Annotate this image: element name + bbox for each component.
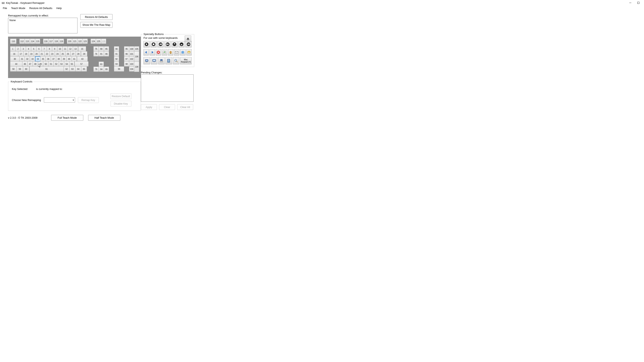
key-114[interactable]: 114 [30, 39, 35, 44]
key-lshift[interactable]: 44 [10, 61, 22, 66]
key-95[interactable]: 95 [124, 46, 129, 51]
key-99[interactable]: 99 [114, 66, 124, 72]
key-125[interactable]: 125 [96, 39, 101, 44]
key-113[interactable]: 113 [24, 39, 30, 44]
key-5[interactable]: 5 [31, 46, 36, 51]
key-124[interactable]: 124 [90, 39, 96, 44]
key-11[interactable]: 11 [62, 46, 68, 51]
key-40[interactable]: 40 [66, 56, 72, 61]
key-31[interactable]: 31 [19, 56, 24, 61]
key-80[interactable]: 80 [98, 46, 104, 51]
key-up[interactable]: 83 [98, 61, 104, 67]
key-116[interactable]: 116 [43, 39, 48, 44]
key-86[interactable]: 86 [104, 51, 109, 56]
key-backslash[interactable]: 29 [81, 51, 87, 56]
disable-key-button[interactable]: Disable Key [110, 101, 132, 107]
key-106[interactable]: 106 [134, 51, 139, 62]
key-33[interactable]: 33 [30, 56, 35, 61]
key-rshift[interactable]: 57 [74, 61, 88, 66]
monitor-icon[interactable] [151, 57, 157, 64]
key-117[interactable]: 117 [48, 39, 54, 44]
key-103[interactable]: 103 [129, 61, 134, 66]
key-50[interactable]: 50 [43, 61, 48, 66]
key-120[interactable]: 120 [67, 39, 72, 44]
refresh-icon[interactable] [162, 49, 167, 55]
key-9[interactable]: 9 [52, 46, 57, 51]
key-36[interactable]: 36 [46, 56, 51, 61]
key-enter[interactable]: 43 [77, 56, 88, 61]
key-121[interactable]: 121 [72, 39, 77, 44]
key-38[interactable]: 38 [56, 56, 61, 61]
mac-keypad-button[interactable]: MacKeypad (=) [180, 57, 192, 64]
key-39[interactable]: 39 [61, 56, 66, 61]
favorites-icon[interactable] [186, 49, 192, 55]
key-13[interactable]: 13 [73, 46, 78, 51]
key-84[interactable]: 84 [98, 66, 104, 72]
key-18[interactable]: 18 [23, 51, 28, 56]
mail-icon[interactable] [174, 49, 179, 55]
key-19[interactable]: 19 [28, 51, 34, 56]
key-24[interactable]: 24 [55, 51, 60, 56]
menu-restore-all-defaults[interactable]: Restore All Defaults [27, 6, 54, 10]
maximize-button[interactable] [634, 0, 642, 6]
key-59[interactable]: 59 [16, 66, 23, 72]
search-icon[interactable] [173, 57, 179, 64]
key-8[interactable]: 8 [47, 46, 52, 51]
key-102[interactable]: 102 [129, 56, 134, 61]
home-icon[interactable] [168, 49, 173, 55]
key-41[interactable]: 41 [72, 56, 77, 61]
key-47[interactable]: 47 [27, 61, 32, 66]
key-46[interactable]: 46 [22, 61, 27, 66]
key-62[interactable]: 62 [64, 66, 70, 72]
key-backspace[interactable]: 15 [78, 46, 86, 51]
key-126[interactable]: 126 [101, 39, 106, 44]
key-28[interactable]: 28 [76, 51, 81, 56]
key-22[interactable]: 22 [44, 51, 50, 56]
full-teach-mode-button[interactable]: Full Teach Mode [51, 115, 83, 121]
key-21[interactable]: 21 [39, 51, 44, 56]
key-123[interactable]: 123 [82, 39, 88, 44]
calculator-icon[interactable] [166, 57, 172, 64]
key-104[interactable]: 104 [129, 66, 134, 72]
play-icon[interactable] [144, 41, 150, 47]
key-58[interactable]: 58 [10, 66, 16, 72]
key-34[interactable]: 34 [35, 56, 40, 61]
half-teach-mode-button[interactable]: Half Teach Mode [88, 115, 120, 121]
key-105[interactable]: 105 [134, 46, 139, 51]
eject-icon[interactable] [185, 35, 191, 42]
key-54[interactable]: 54 [64, 61, 69, 66]
remap-key-button[interactable]: Remap Key [78, 97, 99, 103]
key-89[interactable]: 89 [104, 66, 109, 72]
key-1[interactable]: 1 [10, 46, 15, 51]
key-65[interactable]: 65 [81, 66, 87, 72]
restore-default-button[interactable]: Restore Default [110, 93, 132, 99]
my-computer-icon[interactable] [144, 57, 150, 64]
key-12[interactable]: 12 [68, 46, 73, 51]
key-capslock[interactable]: 30 [10, 56, 19, 61]
key-space[interactable]: 61 [30, 66, 64, 72]
key-17[interactable]: 17 [18, 51, 23, 56]
key-119[interactable]: 119 [59, 39, 64, 44]
stop-browser-icon[interactable] [156, 49, 161, 55]
globe-icon[interactable] [180, 49, 185, 55]
remapping-combobox[interactable]: ▾ [44, 97, 75, 103]
key-35[interactable]: 35 [40, 56, 46, 61]
minimize-button[interactable] [626, 0, 634, 6]
fast-forward-icon[interactable] [164, 41, 171, 47]
key-75[interactable]: 75 [94, 46, 98, 51]
key-6[interactable]: 6 [36, 46, 42, 51]
key-64[interactable]: 64 [75, 66, 81, 72]
key-118[interactable]: 118 [54, 39, 59, 44]
menu-file[interactable]: File [1, 6, 9, 10]
key-91[interactable]: 91 [114, 51, 119, 56]
key-92[interactable]: 92 [114, 56, 119, 61]
show-raw-map-button[interactable]: Show Me The Raw Map [80, 22, 112, 28]
key-esc[interactable]: 110 [10, 39, 16, 44]
key-100[interactable]: 100 [129, 46, 134, 51]
volume-down-icon[interactable] [172, 41, 178, 47]
key-81[interactable]: 81 [98, 51, 104, 56]
key-90[interactable]: 90 [114, 46, 119, 51]
key-98[interactable]: 98 [124, 61, 129, 66]
key-48[interactable]: 48 [32, 61, 38, 66]
key-97[interactable]: 97 [124, 56, 129, 61]
